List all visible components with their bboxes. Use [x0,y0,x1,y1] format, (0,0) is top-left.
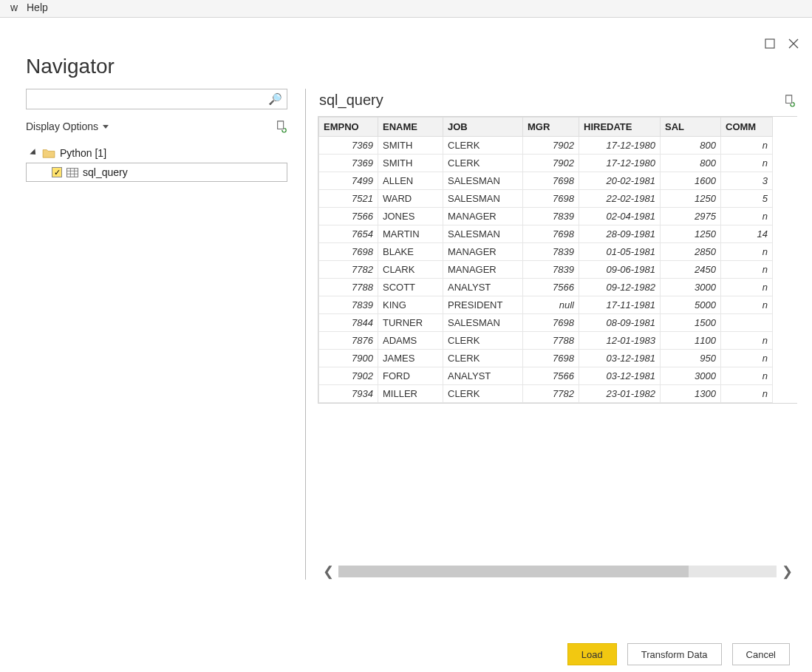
cell: 17-12-1980 [579,155,661,172]
cell: CLERK [443,350,523,367]
cell: SALESMAN [443,225,523,243]
table-row[interactable]: 7900JAMESCLERK769803-12-1981950n [319,350,773,367]
cell: 7839 [523,208,579,225]
column-header[interactable]: ENAME [378,118,443,137]
search-box[interactable]: 🔍 [26,89,287,109]
cell: 7566 [523,279,579,296]
horizontal-scrollbar[interactable]: ❮ ❯ [318,563,797,580]
cell: 2850 [661,243,721,261]
column-header[interactable]: EMPNO [319,118,378,137]
cell: 7788 [319,279,378,296]
scroll-track[interactable] [338,566,777,577]
column-header[interactable]: HIREDATE [579,118,661,137]
cell: 7782 [319,261,378,279]
cell: 800 [661,155,721,172]
table-row[interactable]: 7698BLAKEMANAGER783901-05-19812850n [319,243,773,261]
menubar: w Help [0,0,812,18]
cell: null [523,296,579,314]
table-row[interactable]: 7369SMITHCLERK790217-12-1980800n [319,155,773,172]
table-icon [66,168,78,177]
transform-data-button[interactable]: Transform Data [627,643,722,665]
cell: n [721,350,773,367]
cell: TURNER [378,314,443,332]
cell: 800 [661,137,721,155]
cell: n [721,243,773,261]
table-row[interactable]: 7839KINGPRESIDENTnull17-11-19815000n [319,296,773,314]
svg-rect-1 [66,168,78,177]
tree-node-label: Python [1] [60,147,106,159]
cell: 1250 [661,190,721,208]
cell: SMITH [378,155,443,172]
cell: 7876 [319,332,378,350]
cell: 7698 [523,350,579,367]
cell: CLERK [443,137,523,155]
chevron-down-icon [103,125,109,129]
dialog-footer: Load Transform Data Cancel [0,643,812,665]
table-row[interactable]: 7566JONESMANAGER783902-04-19812975n [319,208,773,225]
navigator-dialog: Navigator 🔍 Display Options [0,18,812,580]
cell: 23-01-1982 [579,385,661,403]
menu-item-view-partial[interactable]: w [0,0,16,16]
cell: 2450 [661,261,721,279]
maximize-icon[interactable] [765,38,775,49]
table-row[interactable]: 7499ALLENSALESMAN769820-02-198116003 [319,172,773,190]
column-header[interactable]: COMM [721,118,773,137]
table-row[interactable]: 7654MARTINSALESMAN769828-09-1981125014 [319,225,773,243]
display-options-dropdown[interactable]: Display Options [26,121,109,132]
tree-checkbox[interactable] [52,167,62,177]
svg-rect-0 [765,39,774,48]
table-row[interactable]: 7788SCOTTANALYST756609-12-19823000n [319,279,773,296]
cell: 7934 [319,385,378,403]
refresh-icon[interactable] [276,120,287,133]
cell: CLERK [443,155,523,172]
cell: PRESIDENT [443,296,523,314]
load-button[interactable]: Load [567,643,617,665]
cell: 01-05-1981 [579,243,661,261]
table-row[interactable]: 7369SMITHCLERK790217-12-1980800n [319,137,773,155]
tree-node-database[interactable]: Python [1] [26,143,287,163]
search-icon[interactable]: 🔍 [267,92,282,106]
cell: 7566 [319,208,378,225]
table-row[interactable]: 7934MILLERCLERK778223-01-19821300n [319,385,773,403]
navigator-left-pane: 🔍 Display Options Python [1] [26,89,305,580]
cell: 7839 [523,243,579,261]
search-input[interactable] [33,90,267,108]
cell: 17-12-1980 [579,137,661,155]
column-header[interactable]: MGR [523,118,579,137]
close-icon[interactable] [788,38,799,49]
menu-item-help[interactable]: Help [16,0,58,16]
cell: 1300 [661,385,721,403]
cell: MILLER [378,385,443,403]
cell: n [721,367,773,385]
table-row[interactable]: 7782CLARKMANAGER783909-06-19812450n [319,261,773,279]
window-controls [765,38,799,49]
column-header[interactable]: JOB [443,118,523,137]
table-row[interactable]: 7876ADAMSCLERK778812-01-19831100n [319,332,773,350]
cell: 1250 [661,225,721,243]
cell: WARD [378,190,443,208]
scroll-thumb[interactable] [338,566,689,577]
cell: 7698 [523,190,579,208]
cell: n [721,279,773,296]
column-header[interactable]: SAL [661,118,721,137]
cell: 7788 [523,332,579,350]
table-row[interactable]: 7902FORDANALYST756603-12-19813000n [319,367,773,385]
cell: 7521 [319,190,378,208]
cell: MANAGER [443,208,523,225]
table-row[interactable]: 7521WARDSALESMAN769822-02-198112505 [319,190,773,208]
preview-refresh-icon[interactable] [784,94,796,107]
cell: n [721,261,773,279]
tree-node-table[interactable]: sql_query [26,163,287,182]
tree-expand-icon[interactable] [30,149,38,157]
navigator-tree: Python [1] sql_query [26,143,287,182]
scroll-left-icon[interactable]: ❮ [318,563,338,580]
cell: 12-01-1983 [579,332,661,350]
cell: n [721,137,773,155]
cell: MANAGER [443,261,523,279]
cell: 950 [661,350,721,367]
cell: SALESMAN [443,314,523,332]
table-row[interactable]: 7844TURNERSALESMAN769808-09-19811500 [319,314,773,332]
scroll-right-icon[interactable]: ❯ [777,563,797,580]
cancel-button[interactable]: Cancel [732,643,790,665]
cell: n [721,155,773,172]
